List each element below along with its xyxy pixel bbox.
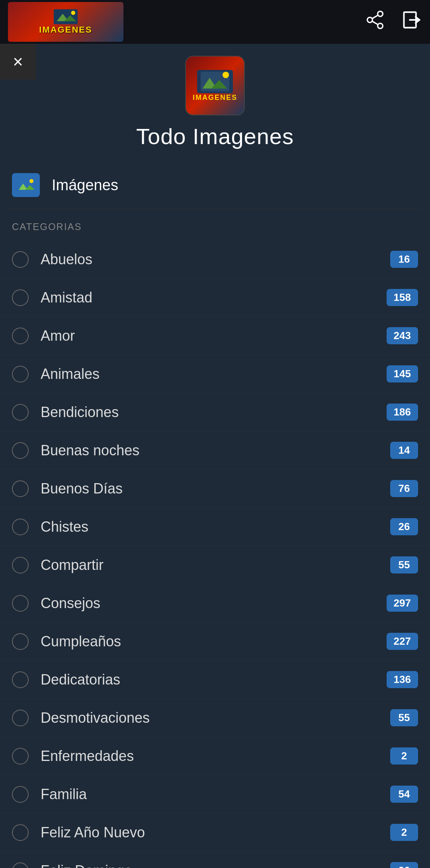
radio-circle [12,710,29,726]
radio-circle [12,289,29,306]
radio-circle [12,328,29,344]
close-button[interactable]: × [0,44,36,80]
category-badge: 297 [387,595,418,612]
category-badge: 227 [387,633,418,650]
radio-circle [12,595,29,612]
category-badge: 26 [390,518,418,535]
category-item[interactable]: Enfermedades 2 [0,737,430,775]
category-item[interactable]: Amistad 158 [0,279,430,317]
category-name: Desmotivaciones [41,710,390,726]
radio-circle [12,862,29,868]
top-bar-actions [365,10,422,35]
category-name: Dedicatorias [41,671,387,688]
category-name: Familia [41,786,390,803]
radio-circle [12,557,29,573]
radio-circle [12,442,29,459]
category-badge: 136 [387,671,418,688]
radio-circle [12,786,29,803]
category-name: Buenas noches [41,442,390,459]
category-item[interactable]: Buenos Días 76 [0,470,430,508]
category-name: Enfermedades [41,748,390,765]
svg-line-8 [372,15,378,19]
category-list: Abuelos 16 Amistad 158 Amor 243 Animales… [0,240,430,868]
exit-icon[interactable] [401,10,422,35]
category-name: Compartir [41,557,390,573]
category-name: Amistad [41,289,387,306]
close-icon: × [13,52,23,72]
category-name: Buenos Días [41,480,390,497]
svg-line-7 [372,21,378,25]
category-item[interactable]: Desmotivaciones 55 [0,699,430,737]
category-item[interactable]: Bendiciones 186 [0,393,430,431]
category-name: Cumpleaños [41,633,387,650]
category-badge: 26 [390,862,418,868]
category-name: Bendiciones [41,404,387,421]
category-badge: 2 [390,824,418,841]
category-badge: 243 [387,327,418,344]
svg-point-6 [378,23,383,28]
category-badge: 55 [390,709,418,726]
category-badge: 55 [390,556,418,573]
category-item[interactable]: Cumpleaños 227 [0,622,430,661]
category-item[interactable]: Buenas noches 14 [0,431,430,470]
category-item[interactable]: Feliz Año Nuevo 2 [0,813,430,852]
radio-circle [12,671,29,688]
svg-point-16 [223,72,229,78]
category-name: Amor [41,328,387,344]
radio-circle [12,480,29,497]
category-item[interactable]: Amor 243 [0,317,430,355]
svg-point-3 [71,11,75,15]
radio-circle [12,404,29,421]
category-badge: 76 [390,480,418,497]
imagenes-menu-item[interactable]: Imágenes [0,165,430,205]
category-name: Feliz Año Nuevo [41,824,390,841]
category-item[interactable]: Chistes 26 [0,508,430,546]
category-badge: 145 [387,365,418,382]
category-item[interactable]: Animales 145 [0,355,430,393]
category-item[interactable]: Familia 54 [0,775,430,813]
app-header: IMAGENES Todo Imagenes [0,44,430,161]
top-bar: IMAGENES [0,0,430,44]
category-badge: 2 [390,747,418,765]
svg-point-20 [29,179,33,183]
app-title: Todo Imagenes [136,123,294,149]
radio-circle [12,366,29,382]
category-item[interactable]: Feliz Domingo 26 [0,852,430,868]
category-name: Animales [41,366,387,382]
category-badge: 16 [390,251,418,268]
imagenes-icon-box [12,173,40,197]
drawer: × IMAGENES Todo Imagenes [0,44,430,868]
category-name: Consejos [41,595,387,612]
category-item[interactable]: Abuelos 16 [0,240,430,279]
app-icon-text: IMAGENES [193,94,237,102]
category-badge: 14 [390,442,418,459]
category-badge: 54 [390,786,418,803]
category-item[interactable]: Compartir 55 [0,546,430,584]
share-icon[interactable] [365,10,385,35]
categories-header: CATEGORIAS [0,209,430,240]
category-badge: 186 [387,404,418,421]
imagenes-label: Imágenes [52,177,118,194]
category-item[interactable]: Consejos 297 [0,584,430,622]
logo-text-small: IMAGENES [39,25,92,35]
radio-circle [12,748,29,765]
category-badge: 158 [387,289,418,306]
app-logo-banner: IMAGENES [8,2,123,42]
radio-circle [12,519,29,535]
radio-circle [12,633,29,650]
category-name: Chistes [41,519,390,535]
category-name: Feliz Domingo [41,862,390,868]
svg-point-5 [367,17,373,22]
category-item[interactable]: Dedicatorias 136 [0,661,430,699]
radio-circle [12,824,29,841]
svg-point-4 [378,11,383,16]
app-icon: IMAGENES [185,56,245,115]
radio-circle [12,251,29,268]
category-name: Abuelos [41,251,390,268]
